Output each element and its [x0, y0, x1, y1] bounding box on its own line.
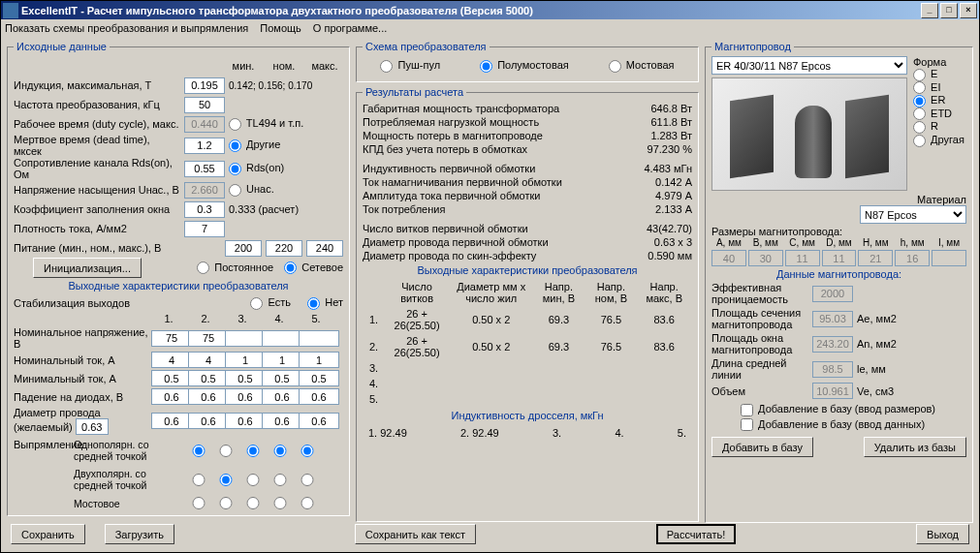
rect-2-2[interactable] [219, 474, 233, 486]
lbl-freq: Частота преобразования, кГц [14, 99, 180, 110]
imin-3[interactable] [225, 370, 266, 386]
load-button[interactable]: Загрузить [105, 524, 174, 544]
rect-1-1[interactable] [192, 445, 205, 457]
inp-usat [184, 182, 225, 199]
minimize-button[interactable]: _ [921, 3, 938, 18]
rect-3-2[interactable] [219, 497, 233, 509]
rect-2-4[interactable] [273, 474, 287, 486]
opt-mains[interactable]: Сетевое [284, 261, 343, 275]
hdr-min: мин. [225, 60, 262, 72]
form-EI[interactable]: EI [913, 81, 966, 95]
lbl-stab: Стабилизация выходов [14, 297, 246, 309]
inp-vnom[interactable] [266, 240, 302, 257]
hdr-max: макс. [306, 60, 343, 72]
imin-1[interactable] [151, 370, 192, 386]
results-legend: Результаты расчета [363, 86, 466, 98]
inom-2[interactable] [188, 352, 229, 368]
calculate-button[interactable]: Рассчитать! [656, 524, 736, 544]
unom-1[interactable] [151, 330, 192, 347]
rect-3-4[interactable] [273, 497, 287, 509]
opt-const[interactable]: Постоянное [197, 261, 273, 275]
stab-yes[interactable]: Есть [250, 296, 291, 310]
wdia-1[interactable] [151, 413, 192, 429]
inom-5[interactable] [299, 352, 339, 368]
form-ETD[interactable]: ETD [913, 108, 966, 121]
inp-induction[interactable] [184, 77, 225, 94]
form-E[interactable]: E [913, 68, 966, 81]
exit-button[interactable]: Выход [916, 524, 969, 544]
init-button[interactable]: Инициализация... [33, 258, 142, 278]
rect-1-4[interactable] [273, 445, 287, 457]
unom-2[interactable] [188, 330, 229, 347]
inom-4[interactable] [262, 352, 302, 368]
rect-3-3[interactable] [246, 497, 260, 509]
inp-rds[interactable] [184, 161, 225, 177]
save-text-button[interactable]: Сохранить как текст [355, 524, 476, 544]
add-db-button[interactable]: Добавить в базу [711, 437, 813, 457]
result-value: 2.133 А [624, 203, 692, 215]
chk-add-data[interactable]: Добавление в базу (ввод данных) [741, 418, 925, 430]
menu-about[interactable]: О программе... [313, 22, 387, 34]
maximize-button[interactable]: □ [940, 3, 958, 18]
form-ER[interactable]: ER [913, 94, 966, 108]
rect-1-3[interactable] [246, 445, 260, 457]
scheme-half[interactable]: Полумостовая [480, 59, 569, 73]
rect-2-3[interactable] [246, 474, 260, 486]
opt-tl494[interactable]: TL494 и т.п. [229, 117, 343, 131]
wdia-2[interactable] [188, 413, 229, 429]
vdrop-3[interactable] [225, 388, 266, 405]
inp-jdens[interactable] [184, 221, 225, 237]
inp-vmin[interactable] [225, 240, 262, 257]
wdia-5[interactable] [299, 413, 339, 429]
result-label: Потребляемая нагрузкой мощность [363, 116, 539, 128]
imin-2[interactable] [188, 370, 229, 386]
inp-vmax[interactable] [306, 240, 343, 257]
imin-4[interactable] [262, 370, 302, 386]
vdrop-5[interactable] [299, 388, 339, 405]
mat-label: Материал [917, 194, 966, 205]
del-db-button[interactable]: Удалить из базы [864, 437, 966, 457]
stab-no[interactable]: Нет [307, 296, 343, 310]
unom-5[interactable] [299, 330, 339, 347]
wdia-4[interactable] [262, 413, 302, 429]
opt-rds[interactable]: Rds(on) [229, 162, 343, 175]
imin-5[interactable] [299, 370, 339, 386]
vdrop-2[interactable] [188, 388, 229, 405]
save-button[interactable]: Сохранить [11, 524, 85, 544]
wdia-0[interactable] [76, 418, 109, 435]
kfill-calc: 0.333 (расчет) [229, 203, 343, 215]
rect-2-5[interactable] [300, 474, 314, 486]
result-label: КПД без учета потерь в обмотках [363, 143, 527, 155]
mat-select[interactable]: N87 Epcos [860, 205, 966, 224]
scheme-full[interactable]: Мостовая [609, 59, 675, 73]
results-outhdr: Выходные характеристики преобразователя [363, 264, 692, 276]
wdia-3[interactable] [225, 413, 266, 429]
menu-schemes[interactable]: Показать схемы преобразования и выпрямле… [5, 22, 248, 34]
opt-other[interactable]: Другие [229, 138, 343, 152]
vdrop-1[interactable] [151, 388, 192, 405]
inom-1[interactable] [151, 352, 192, 368]
form-Другая[interactable]: Другая [913, 134, 966, 147]
inom-3[interactable] [225, 352, 266, 368]
close-button[interactable]: × [960, 3, 977, 18]
rect-1-2[interactable] [219, 445, 233, 457]
core-select[interactable]: ER 40/30/11 N87 Epcos [711, 56, 907, 75]
result-label: Ток намагничивания первичной обмотки [363, 176, 562, 188]
rect-3-5[interactable] [300, 497, 314, 509]
rect-1-5[interactable] [300, 445, 314, 457]
unom-3[interactable] [225, 330, 266, 347]
inp-freq[interactable] [184, 97, 225, 113]
chk-add-dims[interactable]: Добавление в базу (ввод размеров) [741, 403, 935, 415]
unom-4[interactable] [262, 330, 302, 347]
menu-help[interactable]: Помощь [260, 22, 301, 34]
inp-dead[interactable] [184, 138, 225, 154]
rect-2-1[interactable] [192, 474, 205, 486]
vdrop-4[interactable] [262, 388, 302, 405]
dim-4 [858, 250, 893, 266]
opt-usat[interactable]: Uнас. [229, 183, 343, 197]
rect-3-1[interactable] [192, 497, 205, 509]
inp-kfill[interactable] [184, 201, 225, 218]
val-ae [812, 311, 853, 327]
form-R[interactable]: R [913, 120, 966, 134]
scheme-push[interactable]: Пуш-пул [380, 59, 440, 73]
